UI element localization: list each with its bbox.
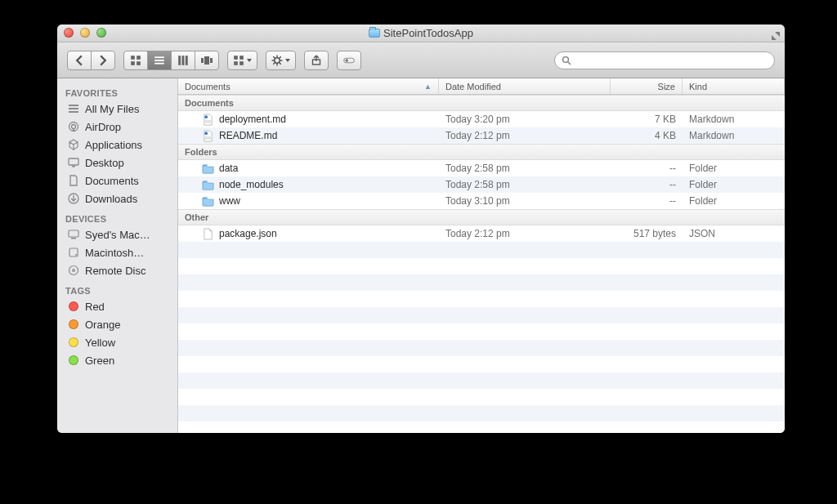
window-title-text: SitePointTodosApp	[383, 27, 473, 39]
svg-rect-12	[210, 58, 213, 63]
minimize-button[interactable]	[80, 28, 90, 38]
svg-rect-11	[204, 56, 209, 65]
folder-icon	[369, 29, 380, 38]
svg-point-17	[275, 57, 280, 62]
file-list[interactable]: Documentsdeployment.mdToday 3:20 pm7 KBM…	[178, 95, 785, 433]
sidebar-item[interactable]: Desktop	[57, 154, 177, 172]
file-date: Today 2:12 pm	[439, 130, 611, 141]
zoom-button[interactable]	[96, 28, 106, 38]
file-row[interactable]: node_modulesToday 2:58 pm--Folder	[178, 176, 785, 193]
arrange-button[interactable]	[227, 51, 257, 70]
svg-rect-31	[69, 105, 78, 106]
column-header-date[interactable]: Date Modified	[439, 78, 611, 94]
file-name: www	[219, 195, 240, 207]
action-button[interactable]	[266, 51, 296, 70]
sidebar-item[interactable]: Red	[57, 297, 177, 315]
view-columns-button[interactable]	[171, 51, 195, 70]
tag-dot	[67, 354, 80, 367]
sidebar-item[interactable]: Yellow	[57, 333, 177, 351]
search-icon	[562, 56, 571, 65]
file-date: Today 2:58 pm	[439, 163, 611, 174]
tags-button[interactable]	[337, 51, 361, 70]
column-headers: Documents ▲ Date Modified Size Kind	[178, 78, 785, 95]
svg-rect-37	[72, 166, 75, 167]
svg-rect-10	[201, 58, 204, 63]
sidebar-item-label: Downloads	[85, 193, 137, 205]
sidebar-item[interactable]: Documents	[57, 172, 177, 190]
file-row[interactable]: dataToday 2:58 pm--Folder	[178, 160, 785, 176]
window-title: SitePointTodosApp	[369, 27, 473, 39]
toolbar	[57, 42, 785, 78]
file-date: Today 3:20 pm	[439, 114, 611, 125]
group-header[interactable]: Other	[178, 209, 785, 225]
svg-rect-36	[69, 158, 78, 165]
desktop-icon	[67, 156, 80, 169]
file-row[interactable]: README.mdToday 2:12 pm4 KBMarkdown	[178, 127, 785, 144]
documents-icon	[67, 174, 80, 187]
svg-line-25	[273, 62, 275, 64]
file-size: --	[611, 179, 683, 190]
search-field[interactable]	[554, 51, 775, 69]
folder-icon	[201, 178, 214, 191]
svg-rect-2	[131, 61, 135, 65]
svg-rect-1	[137, 56, 141, 60]
share-button[interactable]	[304, 51, 329, 70]
downloads-icon	[67, 192, 80, 205]
svg-rect-33	[69, 111, 78, 113]
sidebar-heading: DEVICES	[57, 207, 177, 225]
file-kind: Folder	[683, 179, 785, 190]
search-input[interactable]	[576, 55, 768, 66]
sidebar-item-label: Macintosh…	[85, 247, 144, 259]
file-row[interactable]: wwwToday 3:10 pm--Folder	[178, 193, 785, 209]
svg-rect-9	[186, 56, 188, 65]
sidebar-item-label: Documents	[85, 175, 139, 187]
group-header[interactable]: Documents	[178, 95, 785, 111]
sort-ascending-icon: ▲	[424, 83, 432, 91]
group-header[interactable]: Folders	[178, 144, 785, 160]
file-row[interactable]: deployment.mdToday 3:20 pm7 KBMarkdown	[178, 111, 785, 127]
nav-buttons	[67, 51, 115, 70]
svg-point-48	[204, 132, 208, 135]
svg-rect-8	[181, 56, 184, 65]
optical-disc-icon	[67, 264, 80, 277]
sidebar-item-label: Green	[85, 355, 114, 367]
file-row[interactable]: package.jsonToday 2:12 pm517 bytesJSON	[178, 225, 785, 242]
sidebar-item[interactable]: Macintosh…	[57, 243, 177, 261]
svg-point-29	[563, 56, 569, 62]
svg-rect-4	[154, 56, 164, 58]
sidebar-item[interactable]: Remote Disc	[57, 261, 177, 279]
back-button[interactable]	[67, 51, 92, 70]
window-body: FAVORITESAll My FilesAirDropApplications…	[57, 78, 785, 433]
view-list-button[interactable]	[147, 51, 172, 70]
sidebar-item-label: Orange	[85, 319, 120, 331]
file-size: 7 KB	[611, 114, 683, 125]
action-group	[266, 51, 296, 70]
forward-button[interactable]	[91, 51, 115, 70]
svg-rect-7	[178, 56, 181, 65]
sidebar-item[interactable]: Orange	[57, 315, 177, 333]
sidebar-item[interactable]: Green	[57, 351, 177, 369]
svg-point-35	[72, 125, 76, 129]
tag-dot	[67, 300, 80, 313]
markdown-file-icon	[201, 113, 214, 126]
sidebar-item[interactable]: Syed's Mac…	[57, 225, 177, 243]
close-button[interactable]	[64, 28, 74, 38]
sidebar-item-label: Remote Disc	[85, 265, 145, 277]
sidebar-item[interactable]: AirDrop	[57, 118, 177, 136]
fullscreen-button[interactable]	[772, 29, 780, 37]
view-coverflow-button[interactable]	[195, 51, 219, 70]
svg-rect-40	[71, 238, 76, 239]
file-name: data	[219, 163, 238, 174]
sidebar-item[interactable]: Downloads	[57, 190, 177, 207]
file-list-pane: Documents ▲ Date Modified Size Kind Docu…	[178, 78, 785, 433]
sidebar-item[interactable]: Applications	[57, 136, 177, 154]
column-header-name[interactable]: Documents ▲	[178, 78, 439, 94]
column-header-kind[interactable]: Kind	[683, 78, 785, 94]
folder-icon	[201, 162, 214, 175]
file-name: package.json	[219, 228, 277, 239]
sidebar-item[interactable]: All My Files	[57, 100, 177, 118]
view-icons-button[interactable]	[123, 51, 148, 70]
sidebar: FAVORITESAll My FilesAirDropApplications…	[57, 78, 178, 433]
titlebar[interactable]: SitePointTodosApp	[57, 25, 785, 42]
column-header-size[interactable]: Size	[611, 78, 683, 94]
